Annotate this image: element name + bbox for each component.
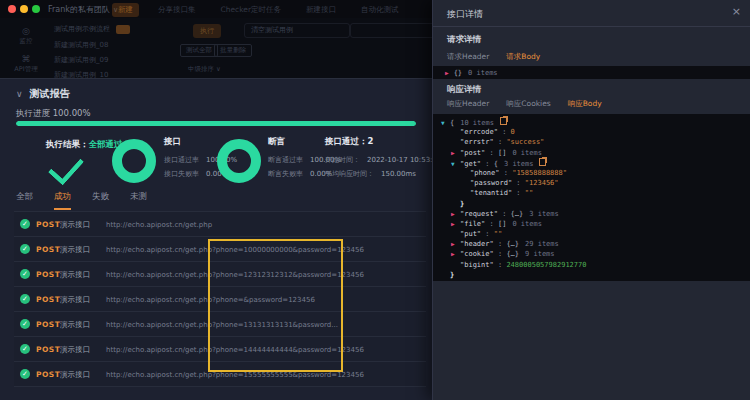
stat-label: 断言失败率 xyxy=(268,170,303,178)
stat-row: 平均响应时间：150.00ms xyxy=(325,169,441,179)
top-tab[interactable]: 自动化测试 xyxy=(355,3,405,17)
minimize-window-button[interactable] xyxy=(20,5,28,13)
fullscreen-window-button[interactable] xyxy=(32,5,40,13)
sidebar-item-api[interactable]: ⌘ API管理 xyxy=(6,54,46,74)
team-selector[interactable]: Frank的私有团队∨ xyxy=(48,4,118,15)
json-colon: : xyxy=(512,189,525,197)
api-name: 演示接口 xyxy=(60,270,90,280)
api-url: http://echo.apipost.cn/get.php?phone=&pa… xyxy=(106,296,315,304)
row-success-icon: ✓ xyxy=(20,344,30,354)
request-section-label: 请求详情 xyxy=(447,34,481,46)
json-items-count: 0 items xyxy=(512,149,542,157)
json-key: "phone" xyxy=(470,169,500,177)
stat-row: 开始时间：2022-10-17 10:53:21 xyxy=(325,155,441,165)
report-title: 测试报告 xyxy=(30,88,70,99)
json-key: "password" xyxy=(470,179,512,187)
secondary-box[interactable] xyxy=(350,23,436,38)
report-header[interactable]: ∨测试报告 xyxy=(16,87,70,101)
table-row[interactable]: ✓ POST 演示接口 http://echo.apipost.cn/get.p… xyxy=(14,262,426,287)
api-name: 演示接口 xyxy=(60,345,90,355)
json-colon: : xyxy=(494,138,507,146)
test-all-button[interactable]: 测试全部 xyxy=(180,44,218,57)
expand-arrow-icon[interactable]: ▶ xyxy=(451,209,460,219)
json-items-count: 0 items xyxy=(512,220,542,228)
json-colon: : xyxy=(494,240,507,248)
json-line: ▶"header" : {…}29 items xyxy=(433,239,750,249)
api-icon: ⌘ xyxy=(6,54,46,64)
table-row[interactable]: ✓ POST 演示接口 http://echo.apipost.cn/get.p… xyxy=(14,337,426,362)
response-body-viewer: ▼{10 items"errcode" : 0"errstr" : "succe… xyxy=(433,114,750,281)
request-table: ✓ POST 演示接口 http://echo.apipost.cn/get.p… xyxy=(14,211,426,387)
detail-drawer: 接口详情 × 请求详情 请求Header 请求Body ▶{}0 items 响… xyxy=(432,0,750,400)
top-tab[interactable]: 分享接口集 xyxy=(152,3,202,17)
json-line: "errcode" : 0 xyxy=(433,127,750,137)
json-token: {…} xyxy=(506,240,519,248)
top-tab[interactable]: Checker定时任务 xyxy=(215,3,288,17)
method-badge: POST xyxy=(36,370,60,379)
collapse-arrow-icon[interactable]: ▼ xyxy=(451,159,460,169)
expand-arrow-icon[interactable]: ▶ xyxy=(445,69,449,76)
expand-arrow-icon[interactable]: ▶ xyxy=(451,219,460,229)
team-name: Frank的私有团队 xyxy=(48,5,110,14)
progress-fill xyxy=(16,121,416,126)
sidebar-item-monitor[interactable]: ◎ 监控 xyxy=(6,26,46,46)
tree-header-row[interactable]: 测试用例示例流程 xyxy=(54,24,130,34)
json-value: "123456" xyxy=(525,179,559,187)
top-tab[interactable]: 新建 xyxy=(112,3,139,17)
filter-tab[interactable]: 成功 xyxy=(54,191,71,210)
tree-item[interactable]: 新建测试用例_08 xyxy=(54,40,130,50)
row-success-icon: ✓ xyxy=(20,269,30,279)
json-colon: : xyxy=(494,261,507,269)
json-items-count: 9 items xyxy=(525,250,555,258)
result-label: 执行结果： xyxy=(46,139,89,149)
filter-tab[interactable]: 全部 xyxy=(16,191,33,210)
close-icon[interactable]: × xyxy=(732,5,741,18)
api-url: http://echo.apipost.cn/get.php?phone=123… xyxy=(106,271,364,279)
run-badge-icon[interactable] xyxy=(116,25,130,34)
request-body-viewer: ▶{}0 items xyxy=(433,66,750,79)
expand-arrow-icon[interactable]: ▶ xyxy=(451,249,460,259)
json-value: "success" xyxy=(506,138,544,146)
assertion-donut-chart xyxy=(217,139,261,183)
table-row[interactable]: ✓ POST 演示接口 http://echo.apipost.cn/get.p… xyxy=(14,212,426,237)
batch-delete-button[interactable]: 批量删除 xyxy=(214,44,252,57)
json-line: "phone" : "15858888888" xyxy=(433,168,750,178)
sort-dropdown[interactable]: 中级排序 ∨ xyxy=(183,64,226,75)
interface-donut-chart xyxy=(112,139,156,183)
json-line: "errstr" : "success" xyxy=(433,137,750,147)
top-tabs: 新建 分享接口集 Checker定时任务 新建接口 自动化测试 xyxy=(112,3,405,17)
run-button[interactable]: 执行 xyxy=(193,24,221,38)
json-colon: : xyxy=(494,250,507,258)
expand-arrow-icon[interactable]: ▶ xyxy=(451,239,460,249)
collapse-arrow-icon[interactable]: ▼ xyxy=(441,118,450,128)
table-row[interactable]: ✓ POST 演示接口 http://echo.apipost.cn/get.p… xyxy=(14,362,426,387)
table-row[interactable]: ✓ POST 演示接口 http://echo.apipost.cn/get.p… xyxy=(14,287,426,312)
method-badge: POST xyxy=(36,345,60,354)
json-value: "" xyxy=(494,230,502,238)
top-tab[interactable]: 新建接口 xyxy=(300,3,342,17)
json-colon: : xyxy=(500,169,513,177)
json-line: "bigint" : 2480005057982912770 xyxy=(433,260,750,270)
method-badge: POST xyxy=(36,245,60,254)
copy-icon[interactable] xyxy=(539,158,546,166)
drawer-title: 接口详情 xyxy=(447,8,483,21)
filter-tab[interactable]: 未测 xyxy=(130,191,147,210)
collapse-chevron-icon: ∨ xyxy=(16,89,23,99)
monitor-icon: ◎ xyxy=(6,26,46,36)
stat-label: 开始时间： xyxy=(325,156,360,164)
method-badge: POST xyxy=(36,295,60,304)
table-row[interactable]: ✓ POST 演示接口 http://echo.apipost.cn/get.p… xyxy=(14,237,426,262)
progress-bar xyxy=(16,121,416,126)
expand-arrow-icon[interactable]: ▶ xyxy=(451,148,460,158)
table-row[interactable]: ✓ POST 演示接口 http://echo.apipost.cn/get.p… xyxy=(14,312,426,337)
clear-cases-box[interactable]: 清空测试用例 xyxy=(244,23,350,38)
api-name: 演示接口 xyxy=(60,295,90,305)
tree-item[interactable]: 新建测试用例_09 xyxy=(54,55,130,65)
summary-stats: 接口通过：2 开始时间：2022-10-17 10:53:21 平均响应时间：1… xyxy=(325,136,441,179)
stat-label: 接口通过率 xyxy=(164,156,199,164)
json-line: "put" : "" xyxy=(433,229,750,239)
copy-icon[interactable] xyxy=(500,117,507,125)
close-window-button[interactable] xyxy=(8,5,16,13)
json-colon: : xyxy=(498,210,511,218)
filter-tab[interactable]: 失败 xyxy=(92,191,109,210)
